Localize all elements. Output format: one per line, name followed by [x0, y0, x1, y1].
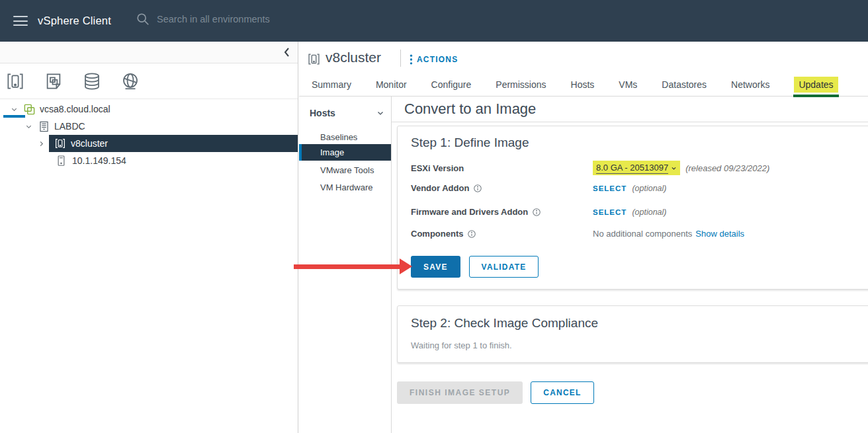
entity-header: v8cluster ACTIONS: [299, 42, 868, 73]
annotation-arrow-head: [400, 258, 412, 274]
tab-hosts[interactable]: Hosts: [571, 73, 595, 97]
subnav-item-image-selected[interactable]: Image: [299, 144, 391, 161]
content-title: Convert to an Image: [404, 100, 536, 118]
vendor-addon-label: Vendor Addon: [411, 183, 469, 193]
info-circle-icon[interactable]: [473, 184, 482, 193]
esxi-version-dropdown[interactable]: 8.0 GA - 20513097: [593, 161, 680, 175]
chevron-down-icon[interactable]: [24, 122, 33, 131]
show-details-link[interactable]: Show details: [695, 229, 744, 239]
tree-item-label: v8cluster: [71, 138, 108, 149]
vertical-ellipsis-icon: [410, 54, 413, 65]
cluster-icon: [54, 138, 67, 150]
inventory-type-tabs: [0, 63, 298, 99]
vendor-optional-note: (optional): [632, 184, 666, 193]
step2-status-text: Waiting for step 1 to finish.: [411, 340, 512, 350]
tab-datastores[interactable]: Datastores: [662, 73, 707, 97]
tree-item-label: 10.1.149.154: [72, 155, 126, 166]
datacenter-icon: [38, 120, 50, 133]
collapse-panel-icon[interactable]: [282, 47, 292, 58]
cluster-icon: [307, 52, 321, 66]
tab-vms[interactable]: VMs: [619, 73, 637, 97]
tree-item-host[interactable]: 10.1.149.154: [0, 152, 298, 169]
components-value: No additional components: [593, 229, 692, 239]
chevron-down-icon: [376, 109, 384, 117]
wizard-footer: FINISH IMAGE SETUP CANCEL: [397, 381, 594, 404]
tab-monitor[interactable]: Monitor: [376, 73, 407, 97]
vms-and-templates-icon[interactable]: [44, 71, 64, 91]
tab-summary[interactable]: Summary: [312, 73, 351, 97]
chevron-right-icon[interactable]: [36, 139, 46, 148]
tab-networks[interactable]: Networks: [731, 73, 769, 97]
tree-item-label: vcsa8.cloud.local: [40, 104, 110, 114]
entity-tab-bar: Summary Monitor Configure Permissions Ho…: [299, 73, 868, 97]
esxi-version-label: ESXi Version: [411, 163, 593, 173]
annotation-arrow: [294, 264, 400, 269]
search-input[interactable]: Search in all environments: [157, 14, 270, 24]
firmware-addon-row: Firmware and Drivers Addon SELECT (optio…: [411, 207, 667, 217]
tree-item-datacenter[interactable]: LABDC: [0, 118, 298, 135]
selected-tree-row[interactable]: v8cluster: [49, 135, 298, 152]
tree-item-cluster-selected[interactable]: v8cluster: [0, 135, 298, 152]
storage-icon[interactable]: [82, 71, 102, 91]
divider: [400, 50, 401, 67]
validate-button[interactable]: VALIDATE: [469, 256, 539, 278]
finish-image-setup-button[interactable]: FINISH IMAGE SETUP: [397, 381, 523, 404]
tab-configure[interactable]: Configure: [431, 73, 472, 97]
divider: [392, 122, 868, 122]
firmware-optional-note: (optional): [632, 208, 666, 217]
subnav-item-vm-hardware[interactable]: VM Hardware: [299, 179, 391, 196]
cancel-button[interactable]: CANCEL: [531, 381, 593, 404]
page-title: v8cluster: [326, 50, 381, 65]
panel-collapse-strip: [0, 42, 298, 63]
chevron-down-icon: [671, 165, 677, 171]
step1-heading: Step 1: Define Image: [411, 136, 529, 150]
info-circle-icon[interactable]: [467, 229, 476, 239]
step2-card: Step 2: Check Image Compliance Waiting f…: [397, 305, 868, 363]
networking-icon[interactable]: [120, 71, 140, 91]
search-icon: [136, 12, 150, 26]
esxi-version-row: ESXi Version 8.0 GA - 20513097 (released…: [411, 161, 769, 175]
vendor-addon-row: Vendor Addon SELECT (optional): [411, 183, 667, 193]
vsphere-client-window: vSphere Client Search in all environment…: [0, 0, 868, 433]
inventory-tree: vcsa8.cloud.local LABDC: [0, 100, 298, 169]
product-title: vSphere Client: [38, 15, 111, 27]
inventory-panel: vcsa8.cloud.local LABDC: [0, 42, 298, 433]
esxi-release-note: (released 09/23/2022): [685, 163, 769, 173]
tab-permissions[interactable]: Permissions: [496, 73, 546, 97]
firmware-select-button[interactable]: SELECT: [593, 208, 627, 216]
chevron-down-icon[interactable]: [9, 104, 19, 114]
hosts-and-clusters-icon[interactable]: [5, 71, 25, 91]
info-circle-icon[interactable]: [532, 208, 541, 217]
step2-heading: Step 2: Check Image Compliance: [411, 316, 598, 331]
tree-item-label: LABDC: [54, 121, 85, 132]
save-button[interactable]: SAVE: [411, 256, 460, 278]
subnav-item-vmware-tools[interactable]: VMware Tools: [299, 162, 391, 178]
vcenter-icon: [23, 103, 36, 116]
host-icon: [56, 155, 68, 167]
firmware-addon-label: Firmware and Drivers Addon: [411, 207, 528, 217]
step1-card: Step 1: Define Image ESXi Version 8.0 GA…: [397, 126, 868, 290]
actions-menu-button[interactable]: ACTIONS: [410, 54, 458, 65]
subnav-item-baselines[interactable]: Baselines: [299, 129, 391, 145]
global-search[interactable]: Search in all environments: [136, 12, 270, 26]
components-row: Components No additional components Show…: [411, 229, 744, 239]
vendor-select-button[interactable]: SELECT: [593, 184, 627, 192]
components-label: Components: [411, 229, 463, 239]
tree-item-vcenter[interactable]: vcsa8.cloud.local: [0, 100, 298, 118]
tab-updates-active[interactable]: Updates: [794, 73, 838, 97]
top-bar: vSphere Client Search in all environment…: [0, 0, 868, 42]
subnav-group-hosts[interactable]: Hosts: [310, 108, 384, 118]
menu-icon[interactable]: [13, 16, 28, 26]
